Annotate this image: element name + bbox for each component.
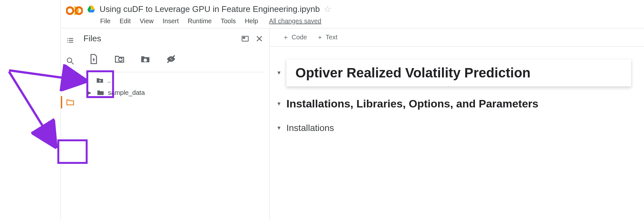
- left-rail: {x}: [61, 28, 80, 220]
- notebook-title[interactable]: Using cuDF to Leverage GPU in Feature En…: [100, 4, 320, 14]
- svg-line-5: [72, 62, 74, 65]
- svg-line-1: [9, 72, 54, 145]
- upload-file-button[interactable]: [87, 52, 101, 66]
- search-icon: [66, 56, 75, 65]
- cell-heading-1[interactable]: Optiver Realized Volatility Prediction: [286, 59, 631, 86]
- folder-icon: [66, 98, 75, 107]
- folder-up-icon: [96, 76, 104, 85]
- star-icon[interactable]: ☆: [324, 4, 331, 14]
- chevron-down-icon[interactable]: ▼: [276, 70, 282, 76]
- add-text-label: Text: [326, 34, 338, 41]
- list-icon: [66, 36, 75, 45]
- chevron-down-icon[interactable]: ▼: [276, 101, 282, 107]
- popout-icon[interactable]: [241, 35, 249, 43]
- menu-help[interactable]: Help: [245, 17, 258, 25]
- plus-icon: ＋: [317, 33, 323, 42]
- menu-insert[interactable]: Insert: [163, 17, 179, 25]
- menu-runtime[interactable]: Runtime: [188, 17, 212, 25]
- svg-point-3: [75, 7, 82, 14]
- cell-h1[interactable]: ▼ Optiver Realized Volatility Prediction: [276, 59, 644, 86]
- notebook-content[interactable]: ▼ Optiver Realized Volatility Prediction…: [270, 46, 644, 220]
- tree-up-label: ..: [107, 77, 111, 84]
- cell-heading-2[interactable]: Installations, Libraries, Options, and P…: [286, 97, 538, 110]
- refresh-folder-icon: [114, 54, 125, 65]
- svg-point-2: [67, 7, 73, 14]
- tree-item-label: sample_data: [108, 89, 145, 96]
- close-icon[interactable]: [255, 35, 264, 43]
- files-title: Files: [83, 34, 101, 44]
- svg-rect-7: [243, 37, 245, 38]
- svg-point-4: [67, 58, 72, 63]
- folder-icon: [96, 88, 105, 97]
- menu-edit[interactable]: Edit: [120, 17, 130, 25]
- colab-logo-icon: [66, 4, 83, 17]
- save-status[interactable]: All changes saved: [269, 17, 321, 25]
- header: Using cuDF to Leverage GPU in Feature En…: [61, 0, 644, 28]
- upload-file-icon: [88, 54, 99, 65]
- menu-view[interactable]: View: [140, 17, 154, 25]
- menu-bar: File Edit View Insert Runtime Tools Help…: [87, 15, 639, 28]
- files-button[interactable]: [65, 97, 75, 107]
- files-toolbar: [80, 44, 269, 72]
- colab-window: Using cuDF to Leverage GPU in Feature En…: [61, 0, 644, 220]
- cell-heading-3[interactable]: Installations: [286, 123, 334, 133]
- mount-drive-button[interactable]: [138, 52, 152, 66]
- files-panel: Files: [80, 28, 270, 220]
- cell-h2[interactable]: ▼ Installations, Libraries, Options, and…: [276, 97, 644, 110]
- variables-button[interactable]: {x}: [65, 77, 75, 86]
- variables-icon: {x}: [66, 77, 75, 86]
- search-button[interactable]: [65, 56, 75, 66]
- drive-icon: [87, 5, 96, 14]
- toggle-hidden-button[interactable]: [164, 52, 178, 66]
- tree-item-sample-data[interactable]: ▶ sample_data: [85, 86, 269, 99]
- tree-up[interactable]: ..: [93, 74, 269, 86]
- body: {x} Files: [61, 28, 644, 220]
- add-code-label: Code: [292, 34, 307, 41]
- toc-button[interactable]: [65, 35, 75, 45]
- chevron-right-icon: ▶: [88, 90, 93, 95]
- eye-off-icon: [166, 54, 177, 65]
- notebook-toolbar: ＋ Code ＋ Text: [270, 28, 644, 46]
- menu-file[interactable]: File: [100, 17, 111, 25]
- notebook-area: ＋ Code ＋ Text ▼ Optiver Realized Volatil…: [270, 28, 644, 220]
- refresh-folder-button[interactable]: [112, 52, 127, 66]
- cell-h3[interactable]: ▼ Installations: [276, 123, 644, 133]
- menu-tools[interactable]: Tools: [221, 17, 236, 25]
- plus-icon: ＋: [283, 33, 289, 42]
- mount-drive-icon: [140, 54, 151, 65]
- add-code-button[interactable]: ＋ Code: [283, 33, 307, 42]
- add-text-button[interactable]: ＋ Text: [317, 33, 338, 42]
- chevron-down-icon[interactable]: ▼: [276, 125, 282, 131]
- files-tree: .. ▶ sample_data: [80, 72, 269, 99]
